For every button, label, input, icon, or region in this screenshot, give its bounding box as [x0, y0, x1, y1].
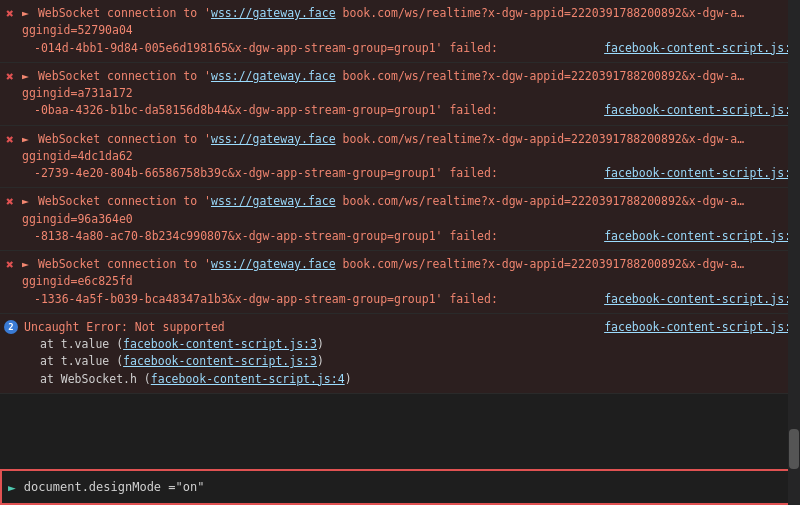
- console-output: ✖ ► WebSocket connection to 'wss://gatew…: [0, 0, 800, 469]
- prompt-arrow: ►: [8, 480, 16, 495]
- expand-arrow[interactable]: ►: [22, 6, 29, 20]
- stack-file-link[interactable]: facebook-content-script.js:3: [123, 337, 317, 351]
- log-content: ► WebSocket connection to 'wss://gateway…: [20, 253, 800, 311]
- file-ref[interactable]: facebook-content-script.js:4: [604, 40, 798, 57]
- file-ref[interactable]: facebook-content-script.js:4: [604, 291, 798, 308]
- expand-arrow[interactable]: ►: [22, 257, 29, 271]
- ws-link[interactable]: wss://gateway.face: [211, 194, 336, 208]
- ws-link[interactable]: wss://gateway.face: [211, 132, 336, 146]
- stack-line: at t.value (facebook-content-script.js:3…: [24, 353, 798, 370]
- ws-link[interactable]: wss://gateway.face: [211, 69, 336, 83]
- log-entry: ✖ ► WebSocket connection to 'wss://gatew…: [0, 188, 800, 251]
- stack-file-link[interactable]: facebook-content-script.js:4: [151, 372, 345, 386]
- expand-arrow[interactable]: ►: [22, 69, 29, 83]
- file-ref[interactable]: facebook-content-script.js:4: [604, 165, 798, 182]
- error-icon: ✖: [0, 253, 20, 272]
- error-icon: ✖: [0, 190, 20, 209]
- scrollbar[interactable]: [788, 0, 800, 505]
- console-input-row[interactable]: ► document.designMode ="on": [0, 469, 800, 505]
- stack-file-link[interactable]: facebook-content-script.js:3: [123, 354, 317, 368]
- uncaught-error-entry: 2 Uncaught Error: Not supported facebook…: [0, 314, 800, 394]
- badge-count: 2: [4, 320, 18, 334]
- error-icon: ✖: [0, 2, 20, 21]
- ws-link[interactable]: wss://gateway.face: [211, 6, 336, 20]
- scrollbar-thumb[interactable]: [789, 429, 799, 469]
- log-entry: ✖ ► WebSocket connection to 'wss://gatew…: [0, 251, 800, 314]
- ws-link[interactable]: wss://gateway.face: [211, 257, 336, 271]
- uncaught-message: Uncaught Error: Not supported: [24, 320, 225, 334]
- file-ref[interactable]: facebook-content-script.js:1: [604, 319, 798, 336]
- error-icon: ✖: [0, 128, 20, 147]
- file-ref[interactable]: facebook-content-script.js:4: [604, 102, 798, 119]
- log-content: ► WebSocket connection to 'wss://gateway…: [20, 128, 800, 186]
- console-container: ✖ ► WebSocket connection to 'wss://gatew…: [0, 0, 800, 505]
- error-icon: ✖: [0, 65, 20, 84]
- expand-arrow[interactable]: ►: [22, 194, 29, 208]
- log-content: ► WebSocket connection to 'wss://gateway…: [20, 2, 800, 60]
- expand-arrow[interactable]: ►: [22, 132, 29, 146]
- log-content: Uncaught Error: Not supported facebook-c…: [22, 316, 800, 391]
- log-content: ► WebSocket connection to 'wss://gateway…: [20, 190, 800, 248]
- log-entry: ✖ ► WebSocket connection to 'wss://gatew…: [0, 63, 800, 126]
- log-entry: ✖ ► WebSocket connection to 'wss://gatew…: [0, 126, 800, 189]
- console-input[interactable]: document.designMode ="on": [24, 480, 790, 494]
- file-ref[interactable]: facebook-content-script.js:4: [604, 228, 798, 245]
- log-entry: ✖ ► WebSocket connection to 'wss://gatew…: [0, 0, 800, 63]
- stack-line: at WebSocket.h (facebook-content-script.…: [24, 371, 798, 388]
- log-content: ► WebSocket connection to 'wss://gateway…: [20, 65, 800, 123]
- error-badge: 2: [0, 316, 22, 334]
- stack-line: at t.value (facebook-content-script.js:3…: [24, 336, 798, 353]
